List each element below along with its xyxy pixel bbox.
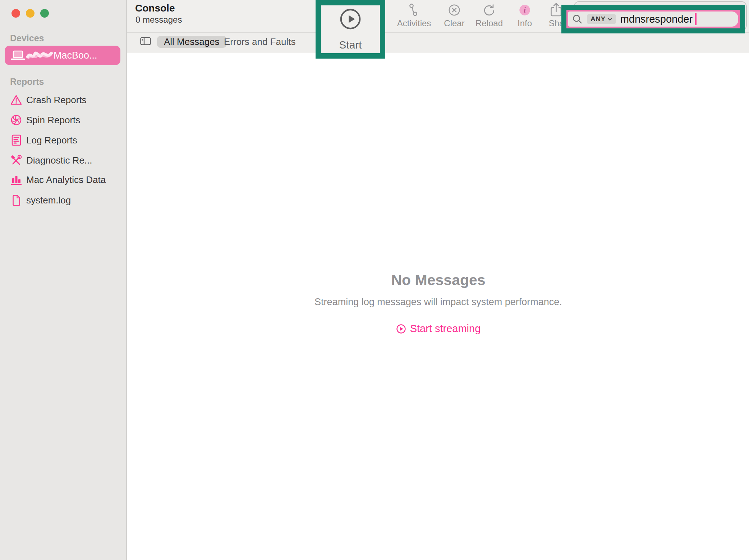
tab-all-messages[interactable]: All Messages: [157, 36, 226, 48]
sidebar-item-label: Diagnostic Re...: [26, 150, 92, 170]
activities-button-label: Activities: [397, 18, 431, 28]
empty-state-title: No Messages: [128, 272, 749, 289]
empty-state: No Messages Streaming log messages will …: [128, 53, 749, 335]
window-title: Console: [135, 3, 175, 14]
tab-errors-and-faults[interactable]: Errors and Faults: [224, 36, 295, 48]
warning-triangle-icon: [9, 90, 24, 110]
sidebar-item-label: system.log: [26, 190, 71, 210]
reports-section-header: Reports: [10, 77, 44, 87]
sidebar-toggle-icon: [140, 37, 151, 45]
sidebar-item-system-log[interactable]: system.log: [0, 190, 127, 210]
sidebar-item-device-macbook[interactable]: MacBoo...: [5, 46, 120, 65]
reload-button-label: Reload: [475, 18, 503, 28]
pinwheel-icon: [9, 110, 24, 130]
info-circle-icon: i: [518, 2, 532, 18]
sidebar-toggle-button[interactable]: [140, 37, 151, 45]
start-streaming-link[interactable]: Start streaming: [128, 323, 749, 335]
empty-state-subtitle: Streaming log messages will impact syste…: [128, 297, 749, 308]
traffic-light-zoom-button[interactable]: [40, 9, 49, 18]
sidebar-item-crash-reports[interactable]: Crash Reports: [0, 90, 127, 110]
info-button-label: Info: [518, 18, 532, 28]
sidebar-item-spin-reports[interactable]: Spin Reports: [0, 110, 127, 130]
clear-button[interactable]: Clear: [436, 2, 473, 28]
sidebar-item-label: Spin Reports: [26, 110, 80, 130]
file-icon: [9, 190, 24, 210]
info-button[interactable]: i Info: [507, 2, 542, 28]
annotation-box-start-button: [316, 0, 385, 59]
traffic-light-close-button[interactable]: [12, 9, 20, 18]
laptop-icon: [10, 50, 26, 61]
console-window: Devices MacBoo... Reports Crash Reports …: [0, 0, 749, 560]
traffic-light-minimize-button[interactable]: [26, 9, 35, 18]
tools-icon: [9, 150, 24, 170]
reload-icon: [482, 2, 496, 18]
sidebar-item-label: Crash Reports: [26, 90, 87, 110]
activities-button[interactable]: Activities: [393, 2, 435, 28]
bar-chart-icon: [9, 170, 24, 190]
log-document-icon: [9, 130, 24, 150]
activities-icon: [406, 2, 422, 18]
sidebar-item-label: Mac Analytics Data: [26, 170, 106, 190]
sidebar-item-log-reports[interactable]: Log Reports: [0, 130, 127, 150]
annotation-box-search-field: [561, 5, 745, 33]
message-count: 0 messages: [135, 15, 182, 25]
play-circle-icon: [396, 324, 406, 334]
circle-x-icon: [447, 2, 461, 18]
devices-section-header: Devices: [10, 33, 44, 43]
sidebar-item-diagnostic-reports[interactable]: Diagnostic Re...: [0, 150, 127, 170]
reload-button[interactable]: Reload: [470, 2, 508, 28]
clear-button-label: Clear: [444, 18, 464, 28]
start-streaming-label: Start streaming: [410, 323, 481, 335]
message-list-area: No Messages Streaming log messages will …: [128, 53, 749, 560]
svg-text:i: i: [524, 6, 526, 14]
sidebar-item-mac-analytics-data[interactable]: Mac Analytics Data: [0, 170, 127, 190]
sidebar-item-label: Log Reports: [26, 130, 77, 150]
sidebar: Devices MacBoo... Reports Crash Reports …: [0, 0, 127, 560]
device-name-label: MacBoo...: [54, 50, 97, 61]
redacted-scribble: [26, 49, 53, 62]
